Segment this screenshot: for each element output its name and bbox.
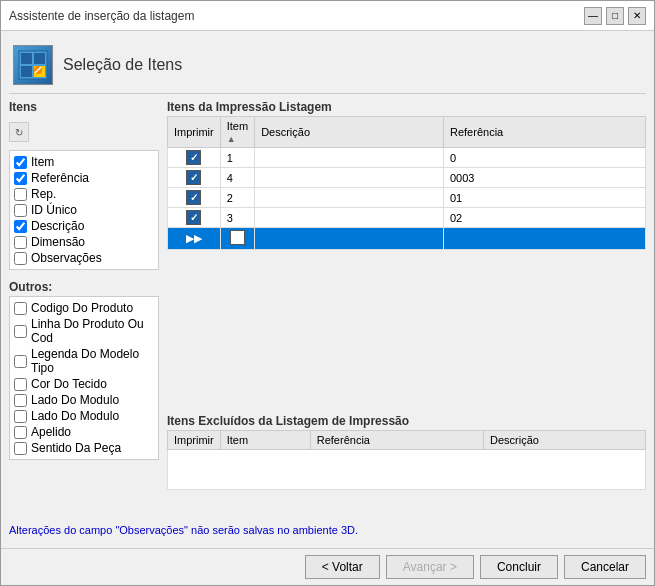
col-descricao: Descrição xyxy=(255,117,444,148)
excluded-section: Itens Excluídos da Listagem de Impressão… xyxy=(167,414,646,514)
title-bar-left: Assistente de inserção da listagem xyxy=(9,9,194,23)
table-row-new: ▶▶ xyxy=(168,228,646,250)
new-row-referencia xyxy=(444,228,646,250)
next-button[interactable]: Avançar > xyxy=(386,555,474,579)
window-title: Assistente de inserção da listagem xyxy=(9,9,194,23)
new-row-item xyxy=(255,228,444,250)
row2-descricao xyxy=(255,168,444,188)
items-table: Imprimir Item ▲ Descrição Referência ✓ xyxy=(167,116,646,250)
excluded-table-header: Imprimir Item Referência Descrição xyxy=(168,431,646,450)
close-button[interactable]: ✕ xyxy=(628,7,646,25)
outros-label: Outros: xyxy=(9,280,159,294)
table-row: ✓ 4 0003 xyxy=(168,168,646,188)
maximize-button[interactable]: □ xyxy=(606,7,624,25)
window-content: Seleção de Itens Itens ↻ Item Referência xyxy=(1,31,654,548)
item-dimensao[interactable]: Dimensão xyxy=(14,235,154,249)
row2-imprimir[interactable]: ✓ xyxy=(168,168,221,188)
bottom-note: Alterações do campo "Observações" não se… xyxy=(9,520,646,540)
nav-arrow-cell: ▶▶ xyxy=(168,228,221,250)
main-body: Itens ↻ Item Referência Rep. ID Ún xyxy=(9,100,646,514)
row2-item: 4 xyxy=(220,168,254,188)
back-button[interactable]: < Voltar xyxy=(305,555,380,579)
excluded-table: Imprimir Item Referência Descrição xyxy=(167,430,646,490)
svg-rect-1 xyxy=(21,53,32,64)
table-row: ✓ 1 0 xyxy=(168,148,646,168)
row3-descricao xyxy=(255,188,444,208)
outros-codigo[interactable]: Codigo Do Produto xyxy=(14,301,154,315)
col-item: Item ▲ xyxy=(220,117,254,148)
row1-item: 1 xyxy=(220,148,254,168)
title-bar: Assistente de inserção da listagem — □ ✕ xyxy=(1,1,654,31)
row1-imprimir[interactable]: ✓ xyxy=(168,148,221,168)
excluded-section-label: Itens Excluídos da Listagem de Impressão xyxy=(167,414,646,430)
col-referencia: Referência xyxy=(444,117,646,148)
right-panel: Itens da Impressão Listagem Imprimir Ite… xyxy=(167,100,646,514)
left-panel: Itens ↻ Item Referência Rep. ID Ún xyxy=(9,100,159,514)
row1-descricao xyxy=(255,148,444,168)
outros-lado2[interactable]: Lado Do Modulo xyxy=(14,409,154,423)
items-section: Itens da Impressão Listagem Imprimir Ite… xyxy=(167,100,646,408)
item-rep[interactable]: Rep. xyxy=(14,187,154,201)
row4-imprimir[interactable]: ✓ xyxy=(168,208,221,228)
outros-sentido[interactable]: Sentido Da Peça xyxy=(14,441,154,455)
row3-referencia: 01 xyxy=(444,188,646,208)
item-id-unico[interactable]: ID Único xyxy=(14,203,154,217)
outros-list: Codigo Do Produto Linha Do Produto Ou Co… xyxy=(9,296,159,460)
new-row-imprimir[interactable] xyxy=(220,228,254,250)
row4-item: 3 xyxy=(220,208,254,228)
row2-referencia: 0003 xyxy=(444,168,646,188)
items-table-header: Imprimir Item ▲ Descrição Referência xyxy=(168,117,646,148)
excl-col-referencia: Referência xyxy=(310,431,483,450)
row4-referencia: 02 xyxy=(444,208,646,228)
excl-col-item: Item xyxy=(220,431,310,450)
item-descricao[interactable]: Descrição xyxy=(14,219,154,233)
main-window: Assistente de inserção da listagem — □ ✕ xyxy=(0,0,655,586)
svg-rect-3 xyxy=(21,66,32,77)
table-row: ✓ 3 02 xyxy=(168,208,646,228)
item-item[interactable]: Item xyxy=(14,155,154,169)
row1-referencia: 0 xyxy=(444,148,646,168)
itens-checkbox-list: Item Referência Rep. ID Único Descrição xyxy=(9,150,159,270)
item-observacoes[interactable]: Observações xyxy=(14,251,154,265)
row4-descricao xyxy=(255,208,444,228)
itens-section-label: Itens xyxy=(9,100,159,114)
row3-imprimir[interactable]: ✓ xyxy=(168,188,221,208)
item-referencia[interactable]: Referência xyxy=(14,171,154,185)
outros-lado1[interactable]: Lado Do Modulo xyxy=(14,393,154,407)
excluded-empty-row xyxy=(168,450,646,490)
refresh-button[interactable]: ↻ xyxy=(9,122,29,142)
excl-col-descricao: Descrição xyxy=(483,431,645,450)
finish-button[interactable]: Concluir xyxy=(480,555,558,579)
footer: < Voltar Avançar > Concluir Cancelar xyxy=(1,548,654,585)
excluded-table-wrapper: Imprimir Item Referência Descrição xyxy=(167,430,646,490)
outros-apelido[interactable]: Apelido xyxy=(14,425,154,439)
svg-rect-2 xyxy=(34,53,45,64)
col-imprimir: Imprimir xyxy=(168,117,221,148)
items-section-label: Itens da Impressão Listagem xyxy=(167,100,646,116)
outros-cor[interactable]: Cor Do Tecido xyxy=(14,377,154,391)
header-icon xyxy=(13,45,53,85)
outros-section: Outros: Codigo Do Produto Linha Do Produ… xyxy=(9,280,159,460)
items-table-wrapper: Imprimir Item ▲ Descrição Referência ✓ xyxy=(167,116,646,250)
table-row: ✓ 2 01 xyxy=(168,188,646,208)
cancel-button[interactable]: Cancelar xyxy=(564,555,646,579)
excl-col-imprimir: Imprimir xyxy=(168,431,221,450)
sort-arrow: ▲ xyxy=(227,134,236,144)
minimize-button[interactable]: — xyxy=(584,7,602,25)
outros-legenda[interactable]: Legenda Do Modelo Tipo xyxy=(14,347,154,375)
footer-buttons: < Voltar Avançar > Concluir Cancelar xyxy=(305,555,646,579)
header-section: Seleção de Itens xyxy=(9,39,646,94)
row3-item: 2 xyxy=(220,188,254,208)
outros-linha[interactable]: Linha Do Produto Ou Cod xyxy=(14,317,154,345)
title-bar-controls: — □ ✕ xyxy=(584,7,646,25)
header-title: Seleção de Itens xyxy=(63,56,182,74)
